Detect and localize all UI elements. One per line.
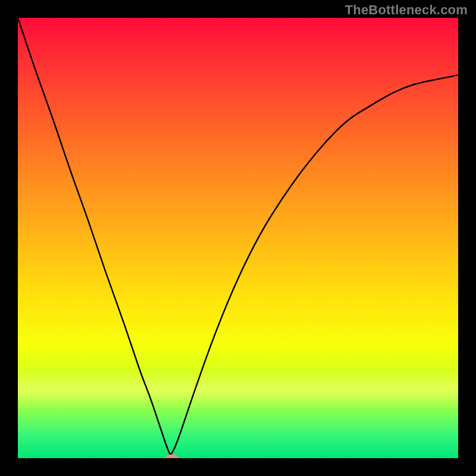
minimum-marker — [165, 455, 178, 458]
chart-frame: TheBottleneck.com — [0, 0, 476, 476]
watermark-text: TheBottleneck.com — [345, 2, 468, 18]
bottleneck-curve — [18, 18, 458, 458]
curve-path — [18, 18, 458, 454]
plot-area — [18, 18, 458, 458]
